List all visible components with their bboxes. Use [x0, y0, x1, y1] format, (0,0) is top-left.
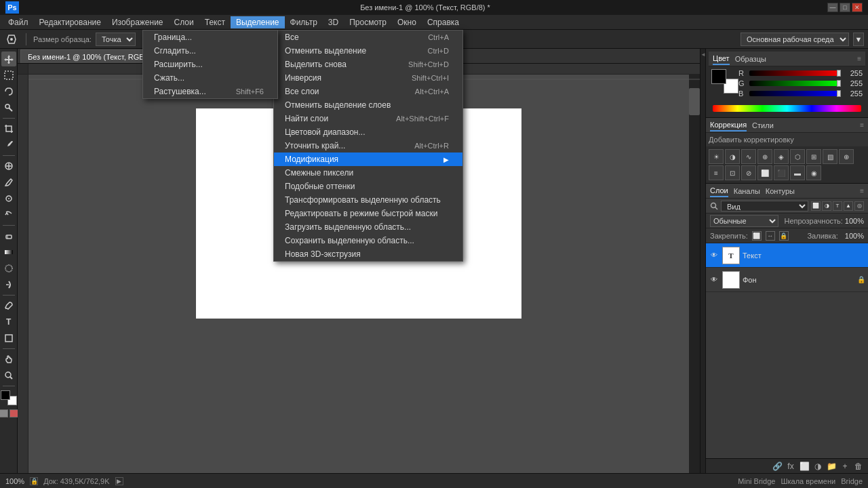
collapse-handle[interactable]: ◄ — [700, 49, 705, 473]
add-group-button[interactable]: 📁 — [826, 461, 837, 472]
menu-window[interactable]: Окно — [392, 16, 422, 28]
brush-tool[interactable] — [1, 175, 16, 190]
add-mask-button[interactable]: ⬜ — [799, 461, 810, 472]
lock-pixels-icon[interactable]: ⬜ — [752, 231, 762, 241]
standard-mode[interactable] — [0, 409, 8, 418]
add-layer-button[interactable]: + — [840, 461, 850, 472]
threshold-icon[interactable]: ⬛ — [774, 165, 789, 180]
lock-all-icon[interactable]: 🔒 — [779, 231, 789, 241]
menu-load-selection[interactable]: Загрузить выделенную область... — [274, 220, 462, 234]
workspace-select[interactable]: Основная рабочая среда — [741, 33, 849, 46]
selective-color-icon[interactable]: ◉ — [806, 165, 821, 180]
gradient-map-icon[interactable]: ▬ — [790, 165, 805, 180]
eraser-tool[interactable] — [1, 228, 16, 243]
paths-tab[interactable]: Контуры — [766, 186, 795, 197]
menu-help[interactable]: Справка — [422, 16, 465, 28]
menu-3d[interactable]: 3D — [323, 16, 344, 28]
fill-value[interactable]: 100% — [845, 232, 864, 240]
vibrance-icon[interactable]: ◈ — [774, 149, 789, 164]
marquee-tool[interactable] — [1, 68, 16, 83]
red-slider-thumb[interactable] — [837, 70, 841, 77]
menu-save-selection[interactable]: Сохранить выделенную область... — [274, 234, 462, 247]
add-adjustment-button[interactable]: ◑ — [812, 461, 823, 472]
close-button[interactable]: ✕ — [852, 3, 863, 12]
blur-tool[interactable] — [1, 261, 16, 276]
text-tool[interactable]: T — [1, 314, 16, 329]
bw-icon[interactable]: ▧ — [823, 149, 837, 164]
zoom-lock-icon[interactable]: 🔒 — [30, 477, 38, 485]
styles-tab[interactable]: Стили — [752, 120, 774, 131]
filter-smart-icon[interactable]: ◎ — [854, 201, 864, 211]
size-select[interactable]: Точка — [96, 33, 136, 46]
menu-reselect[interactable]: Выделить снова Shift+Ctrl+D — [274, 58, 462, 71]
collapse-icon[interactable]: ◄ — [701, 52, 705, 58]
gradient-tool[interactable] — [1, 245, 16, 260]
saturation-icon[interactable]: ⬡ — [790, 149, 805, 164]
workspace-options-button[interactable]: ▼ — [853, 33, 864, 46]
menu-edit[interactable]: Редактирование — [34, 16, 106, 28]
menu-border[interactable]: Граница... — [143, 30, 277, 44]
menu-deselect-layers[interactable]: Отменить выделение слоев — [274, 98, 462, 112]
swatches-tab[interactable]: Образцы — [735, 54, 766, 64]
menu-inverse[interactable]: Инверсия Shift+Ctrl+I — [274, 71, 462, 85]
menu-text[interactable]: Текст — [199, 16, 231, 28]
delete-layer-button[interactable]: 🗑 — [853, 461, 864, 472]
color-balance-icon[interactable]: ⊞ — [806, 149, 821, 164]
layers-panel-menu[interactable]: ≡ — [860, 187, 864, 195]
hand-tool[interactable] — [1, 352, 16, 367]
doc-info-arrow[interactable]: ▶ — [115, 477, 123, 485]
menu-refine-edge[interactable]: Уточнить край... Alt+Ctrl+R — [274, 139, 462, 152]
menu-file[interactable]: Файл — [3, 16, 34, 28]
filter-shape-icon[interactable]: ▲ — [844, 201, 853, 211]
history-brush-tool[interactable] — [1, 207, 16, 222]
red-slider[interactable] — [749, 70, 841, 76]
timeline-label[interactable]: Шкала времени — [781, 477, 835, 485]
move-tool[interactable] — [1, 52, 16, 66]
contrast-icon[interactable]: ◑ — [725, 149, 740, 164]
color-panel-menu[interactable]: ≡ — [857, 55, 861, 62]
maximize-button[interactable]: □ — [840, 3, 850, 12]
channel-mixer-icon[interactable]: ≡ — [709, 165, 724, 180]
blue-slider[interactable] — [749, 91, 841, 96]
minimize-button[interactable]: — — [827, 3, 838, 12]
menu-filter[interactable]: Фильтр — [285, 16, 323, 28]
mini-bridge-label[interactable]: Mini Bridge — [738, 477, 775, 485]
foreground-color-swatch[interactable] — [711, 69, 726, 84]
layer-visibility-text[interactable]: 👁 — [709, 250, 719, 261]
menu-expand[interactable]: Расширить... — [143, 58, 277, 71]
foreground-color[interactable] — [1, 390, 10, 400]
eyedropper-tool[interactable] — [1, 138, 16, 152]
menu-layers[interactable]: Слои — [169, 16, 199, 28]
correction-tab[interactable]: Коррекция — [710, 119, 747, 131]
shape-tool[interactable] — [1, 331, 16, 346]
menu-transform-selection[interactable]: Трансформировать выделенную область — [274, 193, 462, 207]
fg-bg-swatch[interactable] — [711, 69, 738, 94]
channels-tab[interactable]: Каналы — [734, 186, 760, 197]
layer-visibility-bg[interactable]: 👁 — [709, 274, 719, 285]
posterize-icon[interactable]: ⬜ — [757, 165, 772, 180]
menu-new-3d[interactable]: Новая 3D-экструзия — [274, 247, 462, 261]
zoom-tool[interactable] — [1, 368, 16, 383]
menu-grow[interactable]: Смежные пиксели — [274, 166, 462, 180]
menu-quick-mask[interactable]: Редактировать в режиме быстрой маски — [274, 207, 462, 220]
menu-similar[interactable]: Подобные оттенки — [274, 180, 462, 193]
menu-select-all[interactable]: Все Ctrl+A — [274, 30, 462, 44]
clone-tool[interactable] — [1, 191, 16, 206]
invert-icon[interactable]: ⊘ — [741, 165, 756, 180]
green-slider[interactable] — [749, 81, 841, 86]
filter-pixel-icon[interactable]: ⬜ — [811, 201, 821, 211]
scroll-thumb[interactable] — [689, 88, 700, 115]
blend-mode-select[interactable]: Обычные — [710, 215, 778, 227]
quick-select-tool[interactable] — [1, 100, 16, 115]
layer-filter-select[interactable]: Вид — [721, 201, 808, 211]
lasso-tool[interactable] — [1, 84, 16, 99]
layers-tab[interactable]: Слои — [710, 185, 728, 197]
layer-row-background[interactable]: 👁 Фон 🔒 — [706, 268, 868, 292]
photo-filter-icon[interactable]: ⊕ — [839, 149, 854, 164]
menu-color-range[interactable]: Цветовой диапазон... — [274, 125, 462, 139]
menu-contract[interactable]: Сжать... — [143, 71, 277, 85]
brightness-icon[interactable]: ☀ — [709, 149, 724, 164]
menu-smooth[interactable]: Сгладить... — [143, 44, 277, 58]
scroll-vertical[interactable] — [689, 75, 700, 473]
menu-deselect[interactable]: Отменить выделение Ctrl+D — [274, 44, 462, 58]
